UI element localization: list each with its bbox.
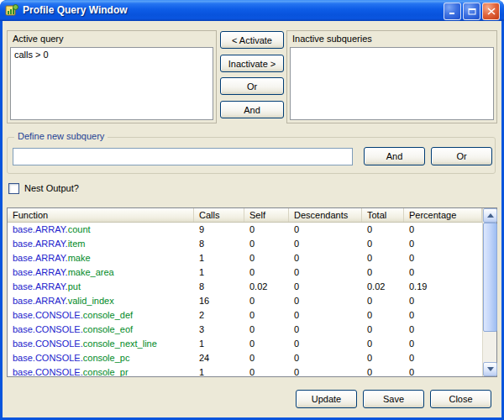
table-row[interactable]: base.ARRAY.count 9 0 0 0 0 [8,223,482,237]
total-cell: 0 [362,308,404,323]
activate-button[interactable]: < Activate [220,31,284,49]
function-feature: console_def [83,310,133,320]
function-class-path: base.CONSOLE. [13,367,83,376]
profile-query-window: Profile Query Window Active query calls … [0,0,504,420]
inactivate-button[interactable]: Inactivate > [220,55,284,72]
table-row[interactable]: base.ARRAY.valid_index 16 0 0 0 0 [8,294,482,308]
function-class-path: base.CONSOLE. [13,310,83,320]
self-cell: 0 [244,323,289,337]
close-button[interactable] [482,3,500,20]
total-cell: 0 [362,365,404,376]
define-subquery-label: Define new subquery [14,131,108,141]
maximize-button[interactable] [463,3,480,20]
self-cell: 0 [244,223,289,237]
active-query-list[interactable]: calls > 0 [10,47,213,120]
table-row[interactable]: base.CONSOLE.console_def 2 0 0 0 0 [8,308,482,323]
table-row[interactable]: base.CONSOLE.console_pr 1 0 0 0 0 [8,365,482,376]
inactive-subqueries-list[interactable] [290,47,494,120]
percentage-cell: 0 [404,265,482,280]
function-feature: make [68,253,91,263]
calls-cell: 1 [194,337,244,351]
function-cell: base.CONSOLE.console_next_line [8,337,194,351]
total-cell: 0 [362,223,404,237]
descendants-cell: 0 [289,223,362,237]
table-row[interactable]: base.CONSOLE.console_eof 3 0 0 0 0 [8,323,482,337]
column-header-total[interactable]: Total [362,208,404,222]
column-header-percentage[interactable]: Percentage [404,208,482,222]
vertical-scrollbar[interactable] [482,208,496,376]
active-query-item[interactable]: calls > 0 [11,48,213,62]
function-class-path: base.CONSOLE. [13,353,83,363]
column-header-self[interactable]: Self [244,208,289,222]
total-cell: 0 [362,337,404,351]
scroll-down-icon [487,367,494,371]
close-icon [487,8,496,15]
function-feature: console_next_line [83,339,157,349]
active-query-panel: Active query calls > 0 [7,30,217,123]
scroll-up-icon [487,213,494,218]
nest-output-checkbox[interactable] [8,183,19,194]
function-class-path: base.ARRAY. [13,296,68,306]
table-row[interactable]: base.ARRAY.make 1 0 0 0 0 [8,251,482,265]
descendants-cell: 0 [289,294,362,308]
self-cell: 0 [244,308,289,323]
total-cell: 0 [362,265,404,280]
function-cell: base.CONSOLE.console_eof [8,323,194,337]
or-button[interactable]: Or [220,77,284,95]
descendants-cell: 0 [289,337,362,351]
calls-cell: 2 [194,308,244,323]
table-row[interactable]: base.CONSOLE.console_next_line 1 0 0 0 0 [8,337,482,351]
titlebar[interactable]: Profile Query Window [0,0,504,21]
define-subquery-group: Define new subquery And Or [7,137,496,174]
descendants-cell: 0 [289,365,362,376]
scroll-thumb[interactable] [483,223,497,332]
function-cell: base.ARRAY.make_area [8,265,194,280]
function-cell: base.ARRAY.valid_index [8,294,194,308]
total-cell: 0 [362,323,404,337]
function-class-path: base.ARRAY. [13,253,68,263]
function-feature: console_eof [83,324,133,334]
and-button[interactable]: And [220,101,284,118]
column-header-descendants[interactable]: Descendants [289,208,362,222]
table-row[interactable]: base.ARRAY.put 8 0.02 0 0.02 0.19 [8,280,482,294]
total-cell: 0.02 [362,280,404,294]
self-cell: 0 [244,251,289,265]
function-cell: base.ARRAY.put [8,280,194,294]
minimize-icon [449,8,457,15]
scroll-down-button[interactable] [483,362,497,376]
percentage-cell: 0.19 [404,280,482,294]
dialog-close-button[interactable]: Close [430,390,491,408]
percentage-cell: 0 [404,323,482,337]
update-button[interactable]: Update [296,390,357,408]
calls-cell: 3 [194,323,244,337]
percentage-cell: 0 [404,365,482,376]
function-feature: item [68,239,86,249]
scroll-up-button[interactable] [483,208,497,223]
function-feature: count [68,224,91,234]
descendants-cell: 0 [289,237,362,251]
maximize-icon [468,8,476,15]
calls-cell: 24 [194,351,244,365]
total-cell: 0 [362,294,404,308]
self-cell: 0.02 [244,280,289,294]
minimize-button[interactable] [444,3,461,20]
table-row[interactable]: base.ARRAY.make_area 1 0 0 0 0 [8,265,482,280]
subquery-input[interactable] [13,148,353,165]
function-class-path: base.ARRAY. [13,239,68,249]
scroll-track[interactable] [483,223,497,362]
column-header-calls[interactable]: Calls [194,208,244,222]
function-cell: base.ARRAY.item [8,237,194,251]
inactive-subqueries-panel: Inactive subqueries [286,30,497,123]
subquery-and-button[interactable]: And [364,147,425,165]
total-cell: 0 [362,251,404,265]
column-header-function[interactable]: Function [8,208,194,222]
inactive-subqueries-label: Inactive subqueries [292,34,372,44]
table-row[interactable]: base.ARRAY.item 8 0 0 0 0 [8,237,482,251]
total-cell: 0 [362,237,404,251]
calls-cell: 16 [194,294,244,308]
save-button[interactable]: Save [363,390,424,408]
subquery-or-button[interactable]: Or [431,147,492,165]
table-row[interactable]: base.CONSOLE.console_pc 24 0 0 0 0 [8,351,482,365]
function-feature: console_pr [83,367,129,376]
nest-output-label[interactable]: Nest Output? [24,183,79,194]
